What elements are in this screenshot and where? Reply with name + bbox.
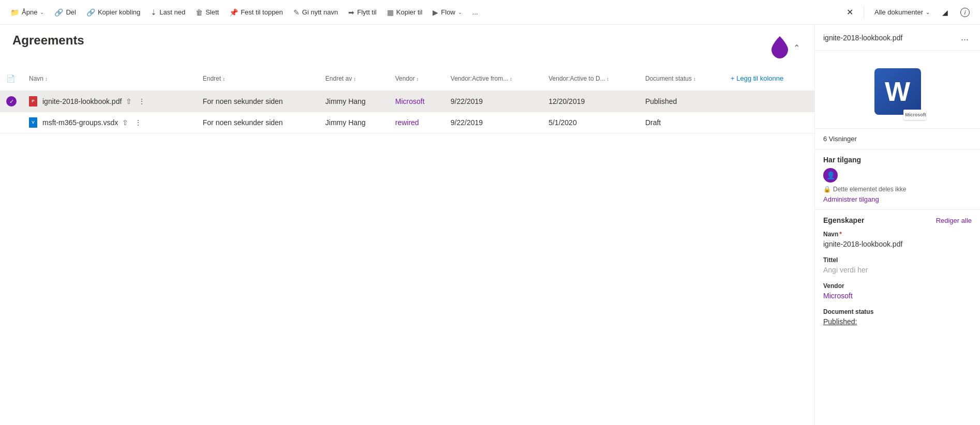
open-chevron-icon: ⌄ [40,9,44,15]
info-button[interactable]: i [956,6,974,19]
document-table: 📄 Navn Endret [0,66,814,133]
page-title: Agreements [12,33,84,48]
open-button[interactable]: 📁 Åpne ⌄ [6,6,48,19]
table-row[interactable]: ✓ P ignite-2018-lookbook.pdf ⇧ ⋮ For noe… [0,91,814,112]
pdf-icon: P [29,96,37,107]
flow-button[interactable]: ▶ Flow ⌄ [428,6,466,19]
move-button[interactable]: ➡ Flytt til [344,6,381,19]
panel-more-button[interactable]: ... [958,31,972,44]
prop-value-placeholder: Angi verdi her [823,266,972,274]
col-header-check: 📄 [0,66,23,91]
document-area: Agreements ⌃ 📄 [0,25,814,425]
name-sort-icon [45,75,48,82]
flow-icon: ▶ [433,8,438,17]
cell-actions: P ignite-2018-lookbook.pdf ⇧ ⋮ [29,96,190,107]
col-header-name[interactable]: Navn [23,66,197,91]
col-header-doc-status[interactable]: Document status [639,66,722,91]
copy-button[interactable]: ▦ Kopier til [383,6,427,19]
more-button[interactable]: ... [468,6,482,18]
row-status-cell: Published [639,91,722,112]
property-item: Vendor Microsoft [823,282,972,300]
col-header-add: + Legg til kolonne [722,66,814,91]
row-modified-by-cell: Jimmy Hang [319,112,389,133]
col-header-modified[interactable]: Endret [197,66,319,91]
pin-button[interactable]: 📌 Fest til toppen [225,6,287,19]
flow-chevron-icon: ⌄ [458,9,462,15]
manage-access-link[interactable]: Administrer tilgang [823,195,879,203]
all-documents-chevron-icon: ⌄ [926,9,930,15]
prop-label: Document status [823,308,972,315]
vsdx-icon: V [29,117,37,128]
prop-label: Tittel [823,256,972,264]
lock-icon: 🔒 [823,186,831,193]
download-icon: ⇣ [151,8,157,17]
row-extra-cell [722,91,814,112]
prop-value-link[interactable]: Microsoft [823,292,853,300]
all-documents-button[interactable]: Alle dokumenter ⌄ [870,6,934,18]
collapse-button[interactable]: ⌃ [791,41,802,55]
edit-all-link[interactable]: Rediger alle [936,217,972,224]
row-more-button[interactable]: ⋮ [136,96,147,107]
panel-header: ignite-2018-lookbook.pdf ... [815,25,980,51]
delete-button[interactable]: 🗑 Slett [191,6,223,19]
close-panel-button[interactable]: ✕ [842,5,857,19]
vendor-link[interactable]: rewired [395,118,419,127]
row-vendor-to-cell: 12/20/2019 [542,91,639,112]
file-type-icon: 📄 [6,74,15,83]
rename-button[interactable]: ✎ Gi nytt navn [289,6,342,19]
modified-sort-icon [222,75,225,82]
properties-fields: Navn * ignite-2018-lookbook.pdf Tittel A… [823,231,972,326]
open-icon: 📁 [10,8,19,17]
move-icon: ➡ [348,8,354,17]
col-header-vendor[interactable]: Vendor [389,66,444,91]
required-marker: * [839,231,842,238]
modified-by-sort-icon [353,75,356,82]
property-item: Tittel Angi verdi her [823,256,972,274]
rename-icon: ✎ [293,8,300,17]
file-name-link[interactable]: ignite-2018-lookbook.pdf [42,97,122,105]
properties-header: Egenskaper Rediger alle [823,216,972,224]
info-icon: i [960,8,970,17]
table-header-row: 📄 Navn Endret [0,66,814,91]
row-vendor-from-cell: 9/22/2019 [444,112,542,133]
col-header-modified-by[interactable]: Endret av [319,66,389,91]
file-name-link[interactable]: msft-m365-groups.vsdx [42,118,118,127]
row-vendor-to-cell: 5/1/2020 [542,112,639,133]
toolbar: 📁 Åpne ⌄ 🔗 Del 🔗 Kopier kobling ⇣ Last n… [0,0,980,25]
access-section-title: Har tilgang [823,156,972,164]
row-share-button[interactable]: ⇧ [120,117,130,128]
row-extra-cell [722,112,814,133]
panel-file-name: ignite-2018-lookbook.pdf [823,34,902,42]
vendor-from-sort-icon [510,75,512,82]
row-more-button[interactable]: ⋮ [132,117,144,128]
property-item: Navn * ignite-2018-lookbook.pdf [823,231,972,248]
row-check-cell: ✓ [0,91,23,112]
page-header-right: ⌃ [768,33,802,62]
row-modified-cell: For noen sekunder siden [197,91,319,112]
filter-button[interactable]: ◢ [938,6,952,19]
col-header-vendor-from[interactable]: Vendor:Active from... [444,66,542,91]
col-header-vendor-to[interactable]: Vendor:Active to D... [542,66,639,91]
share-icon: 🔗 [54,8,63,17]
filter-icon: ◢ [942,8,948,17]
vendor-to-sort-icon [607,75,610,82]
download-button[interactable]: ⇣ Last ned [146,6,189,19]
add-column-button[interactable]: + Legg til kolonne [729,70,785,86]
cell-actions: V msft-m365-groups.vsdx ⇧ ⋮ [29,117,190,128]
file-preview-icon: W Microsoft [869,63,926,120]
page-header: Agreements ⌃ [0,25,814,66]
table-row[interactable]: V msft-m365-groups.vsdx ⇧ ⋮ For noen sek… [0,112,814,133]
access-section: Har tilgang 👤 🔒 Dette elementet deles ik… [815,149,980,210]
microsoft-badge: Microsoft [903,110,926,120]
row-status-cell: Draft [639,112,722,133]
row-modified-by-cell: Jimmy Hang [319,91,389,112]
vendor-link[interactable]: Microsoft [395,97,425,105]
row-vendor-from-cell: 9/22/2019 [444,91,542,112]
row-vendor-cell: rewired [389,112,444,133]
prop-value-underline: Published: [823,317,972,326]
row-name-cell: P ignite-2018-lookbook.pdf ⇧ ⋮ [23,91,197,112]
row-share-button[interactable]: ⇧ [124,96,134,107]
not-shared-text: 🔒 Dette elementet deles ikke [823,186,972,193]
copy-link-button[interactable]: 🔗 Kopier kobling [82,6,144,19]
share-button[interactable]: 🔗 Del [50,6,80,19]
